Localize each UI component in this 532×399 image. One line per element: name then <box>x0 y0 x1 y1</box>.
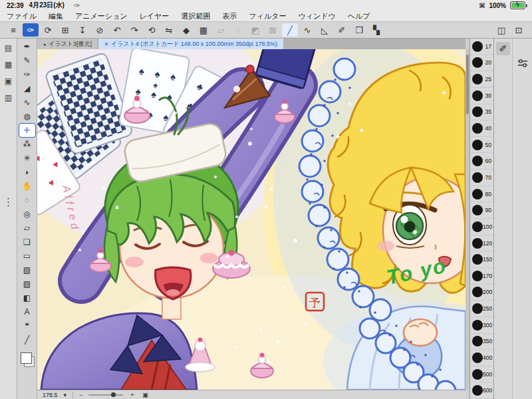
menu-item[interactable]: 選択範囲 <box>181 11 210 21</box>
brush-size-item[interactable]: 500 <box>470 366 493 383</box>
zoom-slider-knob[interactable] <box>111 392 116 397</box>
brush-size-item[interactable]: 70 <box>470 170 493 186</box>
redo-icon[interactable]: ↷ <box>126 23 142 37</box>
main-menu-icon[interactable]: ≡ <box>5 23 21 37</box>
brush-size-item[interactable]: 150 <box>470 251 493 268</box>
airbrush-tool[interactable]: ⁂ <box>19 138 35 151</box>
brush-size-item[interactable]: 17 <box>470 39 493 55</box>
brush-tool[interactable]: ✑ <box>19 68 35 81</box>
select-lasso-icon[interactable]: ◌ <box>230 23 246 37</box>
frame-tool[interactable]: ▭ <box>19 249 35 263</box>
history-panel-icon[interactable]: ▥ <box>3 92 15 103</box>
decoration-tool[interactable]: ✳ <box>19 152 35 165</box>
zoom-out-button[interactable]: − <box>78 392 84 398</box>
tab-illust3[interactable]: ● イラスト3[復元] <box>37 39 98 49</box>
panel-toggle-icon[interactable]: ▤ <box>3 43 15 53</box>
brush-size-label: 400 <box>483 354 492 361</box>
menu-item[interactable]: ヘルプ <box>348 11 370 21</box>
brush-size-item[interactable]: 250 <box>470 301 493 317</box>
flip-horizontal-icon[interactable]: ⇋ <box>161 23 177 37</box>
save-icon[interactable]: ↧ <box>74 23 90 37</box>
brush-size-item[interactable]: 200 <box>470 285 493 301</box>
polyline-icon[interactable]: ◺ <box>317 23 332 37</box>
brush-size-item[interactable]: 90 <box>470 202 493 219</box>
select-rect-icon[interactable]: ▱ <box>213 23 229 37</box>
pen-tool[interactable]: ✒ <box>19 40 35 53</box>
eraser-tool[interactable]: ◢ <box>19 82 35 95</box>
brush-size-item[interactable]: 80 <box>470 186 493 203</box>
gradient-tool[interactable]: ▧ <box>19 263 35 277</box>
brush-size-item[interactable]: 120 <box>470 235 493 252</box>
tab-illust4[interactable]: × イラスト4 (ポストカード 148.00 x 100.00mm 350dpi… <box>98 39 283 49</box>
materials-panel-icon[interactable]: ▦ <box>3 59 15 70</box>
brush-size-item[interactable]: 25 <box>470 71 493 88</box>
panel-layout-icon[interactable]: ◫ <box>493 23 509 37</box>
zoom-presets-button[interactable]: ▾ <box>63 392 68 398</box>
brush-size-item[interactable]: 600 <box>470 382 493 399</box>
eyedropper-tool[interactable]: ◗ <box>19 166 35 179</box>
menu-item[interactable]: レイヤー <box>140 11 170 21</box>
zoom-tool[interactable]: ◎ <box>19 207 35 221</box>
navigator-button[interactable]: ▣ <box>141 392 150 398</box>
settings-sliders-icon[interactable] <box>517 59 528 70</box>
deselect-icon[interactable]: ⊠ <box>265 23 281 37</box>
canvas-area[interactable]: ♠♠♠ ♠♠♠ ♠♠♠ ♠ ♣♣♣ ♣♣♣ ♣ ♥♥♥ <box>37 49 466 390</box>
brush-size-label: 200 <box>483 289 492 295</box>
menu-item[interactable]: 表示 <box>222 11 237 21</box>
brush-size-item[interactable]: 40 <box>470 120 493 137</box>
brush-size-item[interactable]: 30 <box>470 88 493 104</box>
curve-line-icon[interactable]: ∿ <box>299 23 315 37</box>
menu-item[interactable]: ウィンドウ <box>298 11 335 21</box>
rotate-view-icon[interactable]: ⟲ <box>144 23 160 37</box>
pencil-tool[interactable]: ✎ <box>19 54 35 67</box>
brush-size-item[interactable]: 350 <box>470 334 493 350</box>
fill-tool[interactable]: ◍ <box>19 110 35 123</box>
lock-icon[interactable]: ⊘ <box>92 23 108 37</box>
brush-size-item[interactable]: 20 <box>470 55 493 72</box>
canvas-illustration: ♠♠♠ ♠♠♠ ♠♠♠ ♠ ♣♣♣ ♣♣♣ ♣ ♥♥♥ <box>37 49 466 390</box>
brush-size-item[interactable]: 35 <box>470 104 493 121</box>
auto-action-icon[interactable]: ⟳ <box>40 23 56 37</box>
material-tool[interactable]: ❏ <box>19 235 35 249</box>
menu-item[interactable]: フィルター <box>249 11 286 21</box>
line-tool[interactable]: ╱ <box>19 333 35 346</box>
zoom-slider[interactable] <box>88 394 123 396</box>
figure-tool[interactable]: ▱ <box>19 221 35 235</box>
correction-tool[interactable]: ◧ <box>19 291 35 305</box>
brush-size-item[interactable]: 400 <box>470 350 493 366</box>
zoom-in-button[interactable]: ＋ <box>128 390 136 399</box>
material-brush-icon[interactable]: ❒ <box>351 23 367 37</box>
more-icon[interactable]: ⋮ <box>3 196 14 208</box>
text-tool[interactable]: A <box>19 305 35 319</box>
fill-icon[interactable]: ◆ <box>178 23 194 37</box>
brush-size-item[interactable]: 100 <box>470 219 493 235</box>
brush-size-item[interactable]: 300 <box>470 317 493 334</box>
grid-icon[interactable]: ▦ <box>196 23 211 37</box>
undo-icon[interactable]: ↶ <box>109 23 125 37</box>
scrollbar-thumb[interactable] <box>466 55 469 114</box>
canvas-view-icon[interactable]: ⊡ <box>511 23 527 37</box>
brush-size-item[interactable]: 170 <box>470 268 493 285</box>
menu-item[interactable]: アニメーション <box>75 11 128 21</box>
pen-detail-icon[interactable]: ✐ <box>496 42 510 55</box>
object-tool[interactable]: ✛ <box>19 124 35 137</box>
transparent-color-icon[interactable]: ▚ <box>368 23 384 37</box>
main-color-swatch[interactable] <box>21 352 32 364</box>
pen-tool-icon[interactable]: ✑ <box>23 23 39 37</box>
invert-select-icon[interactable]: ◩ <box>247 23 263 37</box>
menu-item[interactable]: ファイル <box>7 11 37 21</box>
navigator-panel-icon[interactable]: ▣ <box>3 76 15 86</box>
straight-line-icon[interactable]: ╱ <box>282 23 298 37</box>
selection-tool[interactable]: ◌ <box>19 194 35 207</box>
hand-tool[interactable]: ✋ <box>19 180 35 193</box>
tone-tool[interactable]: ▨ <box>19 277 35 291</box>
color-swatch-set[interactable] <box>21 352 34 367</box>
ruler-pen-icon[interactable]: ✐ <box>334 23 350 37</box>
blend-tool[interactable]: ∿ <box>19 96 35 109</box>
brush-size-item[interactable]: 60 <box>470 153 493 170</box>
new-canvas-icon[interactable]: ⊞ <box>57 23 73 37</box>
brush-size-item[interactable]: 50 <box>470 137 493 154</box>
menu-item[interactable]: 編集 <box>49 11 63 21</box>
balloon-tool[interactable]: ❝ <box>19 319 35 332</box>
close-icon[interactable]: × <box>104 41 108 48</box>
